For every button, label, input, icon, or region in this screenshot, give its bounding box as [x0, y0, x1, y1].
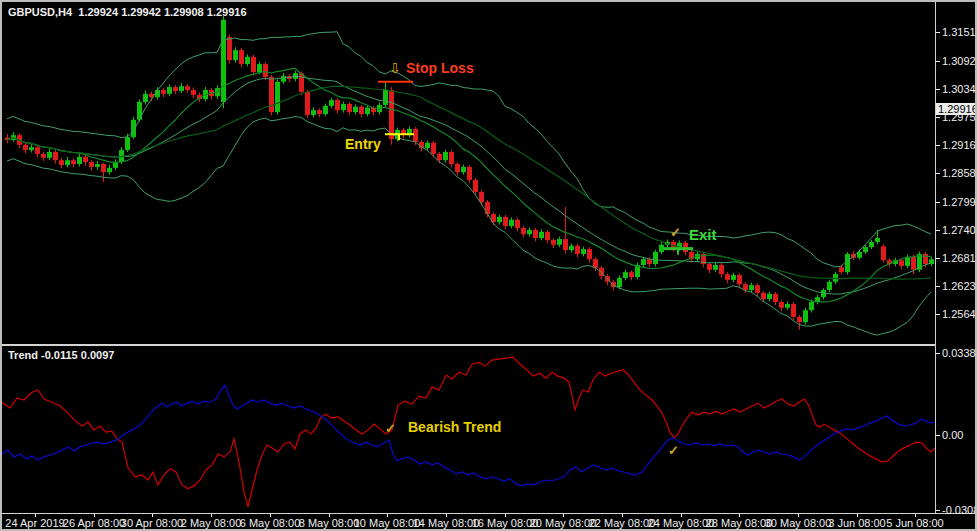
price-tick-label: 1.27400 [942, 224, 977, 236]
candle-bear [587, 249, 592, 259]
candle-bull [179, 86, 184, 91]
bearish-trend-label[interactable]: Bearish Trend [408, 419, 501, 435]
price-tick-label: 1.29160 [942, 139, 977, 151]
indicator-name-label: Trend [8, 349, 38, 361]
time-tick-label: 16 May 08:00 [472, 517, 539, 529]
candle-bear [413, 129, 418, 142]
candle-bear [347, 104, 352, 112]
candle-bear [335, 100, 340, 110]
candle-bull [557, 239, 562, 245]
exit-label[interactable]: Exit [689, 226, 717, 243]
candle-bull [845, 254, 850, 272]
candle-bear [263, 64, 268, 77]
candle-bull [341, 104, 346, 110]
candle-bear [479, 192, 484, 202]
candle-bear [839, 267, 844, 272]
stop-loss-label[interactable]: Stop Loss [406, 60, 474, 76]
indicator-tick-label: -0.0308 [942, 504, 977, 516]
time-tick-label: 6 May 08:00 [240, 517, 301, 529]
price-tick [936, 258, 940, 259]
candle-bull [311, 110, 316, 115]
candle-bear [773, 294, 778, 302]
candle-bull [143, 94, 148, 102]
price-tick [936, 230, 940, 231]
candle-bull [827, 282, 832, 290]
candle-bear [923, 254, 928, 264]
candle-bear [761, 293, 766, 299]
oscillator-cross-check-icon[interactable]: ✓ [668, 443, 679, 458]
candle-bear [431, 143, 436, 154]
price-tick [936, 202, 940, 203]
stop-loss-arrow-icon[interactable]: ⇩ [389, 60, 401, 76]
candle-bull [461, 167, 466, 172]
candle-bull [641, 259, 646, 265]
candle-bull [275, 82, 280, 112]
candle-bull [869, 242, 874, 247]
candle-bull [659, 245, 664, 252]
price-tick [936, 61, 940, 62]
candle-bear [521, 228, 526, 234]
price-tick-label: 1.30340 [942, 83, 977, 95]
candle-bull [809, 302, 814, 310]
time-tick-label: 26 Apr 08:00 [63, 517, 125, 529]
price-tick-label: 1.25640 [942, 308, 977, 320]
candle-bull [863, 247, 868, 252]
candle-bear [89, 162, 94, 167]
candle-bear [545, 232, 550, 240]
candle-bull [281, 76, 286, 82]
price-tick [936, 117, 940, 118]
candle-bull [329, 100, 334, 106]
chart-title: GBPUSD,H4 1.29924 1.29942 1.29908 1.2991… [8, 6, 247, 18]
candle-bull [539, 232, 544, 238]
candle-bear [269, 77, 274, 112]
price-tick [936, 173, 940, 174]
time-tick-label: 20 May 08:00 [530, 517, 597, 529]
indicator-tick [936, 435, 940, 436]
time-tick-label: 14 May 08:00 [413, 517, 480, 529]
price-tick-label: 1.27990 [942, 196, 977, 208]
panel-separator[interactable] [2, 344, 935, 346]
price-tick-label: 1.26810 [942, 252, 977, 264]
bearish-check-icon[interactable]: ✓ [385, 421, 396, 436]
candle-bear [359, 107, 364, 114]
candle-bear [485, 202, 490, 214]
candle-bear [59, 160, 64, 165]
candle-bear [53, 152, 58, 160]
indicator-value-blue: 0.0097 [81, 349, 115, 361]
time-tick-label: 3 Jun 08:00 [828, 517, 886, 529]
time-tick-label: 5 Jun 08:00 [886, 517, 944, 529]
candle-bull [425, 143, 430, 148]
indicator-value-red: -0.0115 [41, 349, 78, 361]
candle-bull [353, 107, 358, 112]
exit-check-icon[interactable]: ✓ [670, 225, 681, 240]
price-tick [936, 286, 940, 287]
indicator-tick-label: 0.0338 [942, 347, 976, 359]
candle-bull [77, 157, 82, 164]
candle-bear [593, 259, 598, 268]
candle-bear [185, 86, 190, 90]
candle-bull [875, 238, 880, 242]
candle-bull [617, 278, 622, 287]
candle-bear [533, 230, 538, 238]
time-tick-label: 2 May 08:00 [181, 517, 242, 529]
candle-bear [41, 154, 46, 158]
candle-bull [443, 152, 448, 160]
candle-bear [305, 92, 310, 115]
main-chart-canvas[interactable] [2, 2, 935, 343]
candle-bear [161, 90, 166, 94]
candle-bear [449, 152, 454, 164]
indicator-title: Trend -0.0115 0.0097 [8, 349, 114, 361]
candle-bull [767, 294, 772, 299]
candle-bear [473, 180, 478, 192]
candle-bear [899, 260, 904, 266]
candle-bear [629, 272, 634, 277]
candle-bull [527, 230, 532, 234]
candle-bull [365, 108, 370, 114]
candle-bull [569, 246, 574, 250]
candle-bull [785, 304, 790, 308]
candle-bull [125, 137, 130, 150]
entry-label[interactable]: Entry [345, 136, 381, 152]
price-tick-label: 1.30920 [942, 55, 977, 67]
candle-bear [503, 217, 508, 226]
price-tick [936, 89, 940, 90]
